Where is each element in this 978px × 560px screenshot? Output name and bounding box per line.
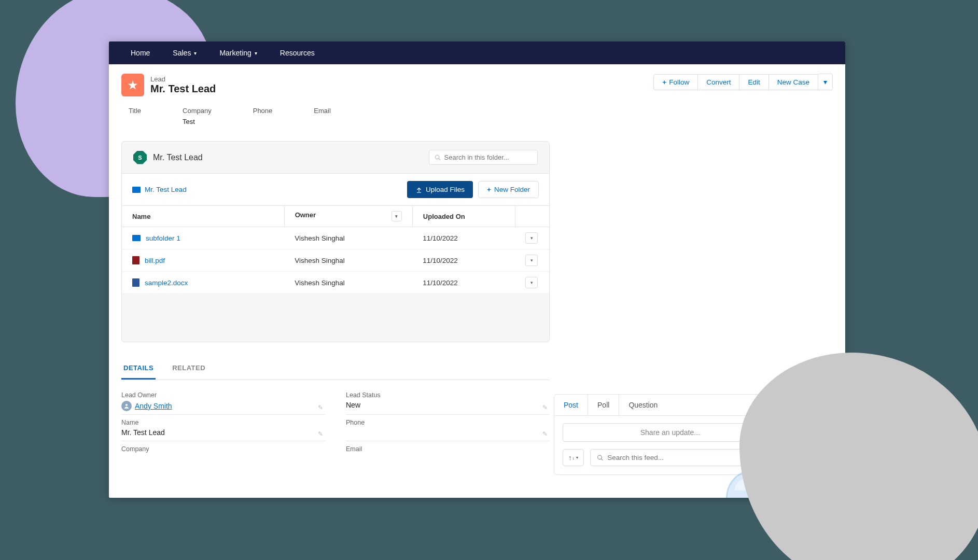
table-row: subfolder 1 Vishesh Singhal 11/10/2022 ▾ <box>122 227 549 249</box>
field-email: Email <box>346 445 550 458</box>
lead-owner-label: Lead Owner <box>121 391 321 399</box>
nav-resources[interactable]: Resources <box>269 41 326 64</box>
header-actions: +Follow Convert Edit New Case ▾ <box>653 74 833 90</box>
chevron-down-icon: ▾ <box>255 50 257 56</box>
nav-home-label: Home <box>131 49 150 57</box>
follow-label: Follow <box>669 78 689 86</box>
email-label: Email <box>346 445 546 453</box>
row-menu-button[interactable]: ▾ <box>525 255 538 266</box>
more-actions-dropdown[interactable]: ▾ <box>818 74 833 90</box>
nav-resources-label: Resources <box>280 49 315 57</box>
breadcrumb[interactable]: Mr. Test Lead <box>132 186 187 193</box>
file-name-link[interactable]: sample2.docx <box>145 279 188 287</box>
nav-sales[interactable]: Sales▾ <box>161 41 208 64</box>
svg-line-4 <box>601 458 603 460</box>
new-folder-label: New Folder <box>494 186 530 193</box>
avatar-icon <box>121 401 132 411</box>
folder-search[interactable] <box>429 150 538 165</box>
table-row: bill.pdf Vishesh Singhal 11/10/2022 ▾ <box>122 249 549 272</box>
chevron-down-icon: ▾ <box>194 50 197 56</box>
summary-phone-label: Phone <box>253 107 273 115</box>
edit-button[interactable]: Edit <box>739 74 769 90</box>
record-tabs: DETAILS RELATED <box>121 358 550 380</box>
edit-pencil-icon[interactable]: ✎ <box>542 430 548 438</box>
row-menu-button[interactable]: ▾ <box>525 232 538 244</box>
column-uploaded[interactable]: Uploaded On <box>412 206 515 227</box>
svg-point-2 <box>125 404 128 406</box>
nav-home[interactable]: Home <box>119 41 161 64</box>
new-case-label: New Case <box>777 78 809 86</box>
lead-status-label: Lead Status <box>346 391 546 399</box>
summary-company-value: Test <box>183 118 212 125</box>
owner-cell: Vishesh Singhal <box>284 272 412 294</box>
feed-tab-poll[interactable]: Poll <box>588 395 619 415</box>
summary-title-label: Title <box>129 107 141 115</box>
sort-button[interactable]: ↑↓▾ <box>563 449 584 466</box>
field-lead-status: Lead Status New ✎ <box>346 391 550 415</box>
field-name: Name Mr. Test Lead ✎ <box>121 419 325 441</box>
folder-icon <box>132 187 141 193</box>
details-grid: Lead Owner Andy Smith ✎ Lead Status New … <box>121 380 550 458</box>
decorative-blob-gray <box>739 353 978 560</box>
plus-icon: + <box>662 78 666 86</box>
edit-pencil-icon[interactable]: ✎ <box>318 404 323 411</box>
lead-icon <box>121 74 144 96</box>
folder-search-input[interactable] <box>444 153 532 161</box>
edit-pencil-icon[interactable]: ✎ <box>318 430 323 438</box>
feed-tab-post[interactable]: Post <box>554 395 588 415</box>
nav-sales-label: Sales <box>173 49 191 57</box>
convert-label: Convert <box>706 78 731 86</box>
new-folder-button[interactable]: + New Folder <box>478 181 539 198</box>
svg-point-3 <box>598 455 602 459</box>
column-owner[interactable]: Owner▾ <box>284 206 412 227</box>
upload-icon <box>415 186 423 193</box>
phone-label: Phone <box>346 419 546 426</box>
caret-down-icon: ▾ <box>823 78 827 86</box>
files-panel-title: Mr. Test Lead <box>153 153 203 162</box>
field-phone: Phone ✎ <box>346 419 550 441</box>
row-menu-button[interactable]: ▾ <box>525 277 538 288</box>
new-case-button[interactable]: New Case <box>769 74 818 90</box>
uploaded-cell: 11/10/2022 <box>412 249 515 272</box>
tab-details[interactable]: DETAILS <box>121 358 156 380</box>
owner-cell: Vishesh Singhal <box>284 227 412 249</box>
svg-point-0 <box>436 155 439 159</box>
tab-related[interactable]: RELATED <box>170 358 207 380</box>
owner-cell: Vishesh Singhal <box>284 249 412 272</box>
summary-email-label: Email <box>314 107 331 115</box>
pdf-icon <box>132 256 139 264</box>
page-title: Mr. Test Lead <box>150 83 216 95</box>
column-name[interactable]: Name <box>122 206 284 227</box>
plus-icon: + <box>487 186 491 193</box>
docx-icon <box>132 278 139 287</box>
field-lead-owner: Lead Owner Andy Smith ✎ <box>121 391 325 415</box>
name-value: Mr. Test Lead <box>121 428 321 438</box>
nav-marketing[interactable]: Marketing▾ <box>208 41 268 64</box>
top-nav: Home Sales▾ Marketing▾ Resources <box>109 41 845 64</box>
phone-value <box>346 428 546 438</box>
feed-tab-question[interactable]: Question <box>619 395 667 415</box>
field-company: Company <box>121 445 325 458</box>
name-label: Name <box>121 419 321 426</box>
uploaded-cell: 11/10/2022 <box>412 227 515 249</box>
folder-icon <box>132 235 141 241</box>
file-name-link[interactable]: bill.pdf <box>145 257 165 264</box>
company-label: Company <box>121 445 321 453</box>
follow-button[interactable]: +Follow <box>653 74 698 90</box>
files-table: Name Owner▾ Uploaded On subfolder 1 Vish… <box>122 205 549 294</box>
app-window: Home Sales▾ Marketing▾ Resources Lead Mr… <box>109 41 845 498</box>
convert-button[interactable]: Convert <box>698 74 739 90</box>
entity-type-label: Lead <box>150 75 216 83</box>
upload-files-button[interactable]: Upload Files <box>407 181 473 198</box>
breadcrumb-label: Mr. Test Lead <box>145 186 187 193</box>
uploaded-cell: 11/10/2022 <box>412 272 515 294</box>
table-row: sample2.docx Vishesh Singhal 11/10/2022 … <box>122 272 549 294</box>
lead-status-value: New <box>346 401 546 410</box>
edit-pencil-icon[interactable]: ✎ <box>542 404 548 411</box>
summary-row: Title CompanyTest Phone Email <box>121 103 833 137</box>
file-name-link[interactable]: subfolder 1 <box>146 234 180 242</box>
lead-owner-value[interactable]: Andy Smith <box>121 401 321 411</box>
summary-company-label: Company <box>183 107 212 115</box>
sharepoint-icon: S <box>133 151 147 164</box>
sort-chevron-icon[interactable]: ▾ <box>392 211 402 221</box>
